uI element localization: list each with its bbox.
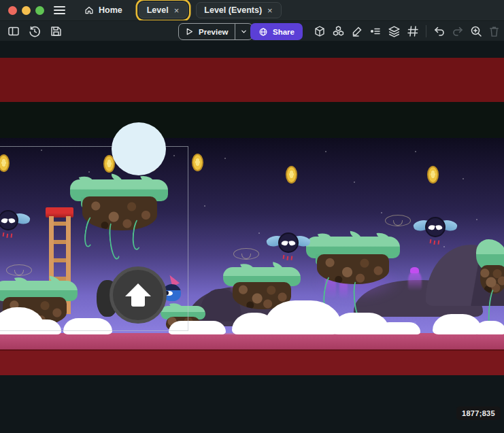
window-controls [8, 6, 44, 15]
star [325, 151, 326, 152]
tab-level-label: Level [147, 5, 169, 15]
close-window-button[interactable] [8, 6, 17, 15]
scene-editor-canvas[interactable]: 1877;835 [0, 41, 504, 433]
cursor-coordinates-badge: 1877;835 [456, 406, 501, 420]
coin-sprite[interactable] [427, 166, 439, 184]
bat-enemy[interactable] [414, 213, 457, 245]
gdevelop-window: Home Level × Level (Events) × [0, 0, 504, 433]
canvas-letterbox-top [0, 41, 504, 58]
edit-objects-icon[interactable] [350, 24, 364, 38]
ufo-decoration[interactable] [233, 248, 259, 260]
instances-list-icon[interactable] [369, 24, 382, 38]
canvas-letterbox-bottom [0, 375, 504, 433]
history-icon[interactable] [28, 24, 41, 38]
ground-red-band [0, 349, 504, 375]
bat-enemy[interactable] [267, 229, 310, 260]
tab-level[interactable]: Level × [139, 2, 188, 18]
dark-band [0, 102, 504, 138]
layout-panels-icon[interactable] [7, 24, 20, 38]
tab-level-events-close-icon[interactable]: × [267, 6, 273, 15]
moon-sprite[interactable] [112, 122, 166, 175]
delete-icon[interactable] [488, 25, 501, 38]
top-red-band [0, 58, 504, 102]
tab-level-events-label: Level (Events) [204, 5, 262, 15]
main-menu-icon[interactable] [54, 6, 65, 14]
tab-home[interactable]: Home [76, 2, 131, 18]
mushroom-cap [410, 267, 419, 273]
cloud[interactable] [475, 321, 504, 334]
star [258, 232, 260, 234]
tab-level-events[interactable]: Level (Events) × [196, 2, 281, 18]
coin-sprite[interactable] [192, 154, 203, 171]
save-icon[interactable] [49, 24, 63, 38]
star [381, 212, 382, 213]
star [415, 151, 416, 152]
toolbar: Preview Share [0, 20, 504, 41]
object-groups-icon[interactable] [331, 24, 346, 39]
glow-mushroom[interactable] [408, 271, 422, 291]
title-bar: Home Level × Level (Events) × [0, 0, 504, 20]
preview-button[interactable]: Preview [178, 23, 253, 40]
editor-tabs: Home Level × Level (Events) × [76, 2, 282, 18]
play-icon [185, 27, 194, 36]
coin-sprite[interactable] [286, 166, 297, 184]
minimize-window-button[interactable] [22, 6, 31, 15]
maximize-window-button[interactable] [35, 6, 44, 15]
floating-island[interactable] [306, 237, 400, 308]
toolbar-left-group [7, 21, 63, 41]
preview-button-label: Preview [199, 28, 228, 36]
zoom-in-icon[interactable] [469, 24, 483, 38]
home-icon [84, 5, 94, 15]
ground-pink-band [0, 333, 504, 349]
ufo-decoration[interactable] [385, 215, 411, 226]
star [224, 158, 226, 159]
tab-home-label: Home [99, 5, 122, 15]
cloud[interactable] [378, 322, 420, 334]
layers-icon[interactable] [387, 24, 401, 39]
share-button[interactable]: Share [250, 23, 303, 40]
share-button-label: Share [273, 28, 295, 36]
3d-box-icon[interactable] [313, 24, 326, 38]
star [354, 181, 355, 183]
grid-icon[interactable] [406, 24, 420, 38]
star [476, 219, 477, 220]
tab-level-close-icon[interactable]: × [173, 6, 180, 15]
star [204, 205, 205, 207]
undo-icon[interactable] [433, 24, 446, 38]
toolbar-right-group [313, 21, 504, 41]
star [463, 178, 464, 179]
globe-icon [258, 27, 268, 37]
camera-bounds-rectangle [0, 146, 188, 331]
floating-island[interactable] [476, 239, 504, 334]
star [443, 246, 445, 247]
redo-icon[interactable] [451, 24, 465, 38]
